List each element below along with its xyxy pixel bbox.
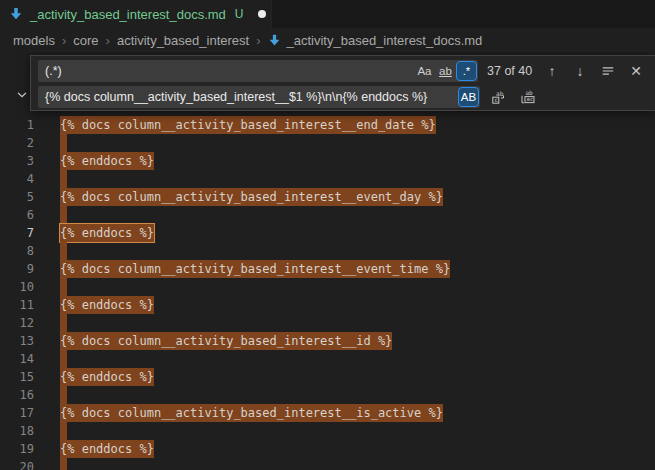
line-number[interactable]: 8 <box>0 242 34 260</box>
breadcrumb-item[interactable]: activity_based_interest <box>117 33 249 48</box>
line-content[interactable]: {% enddocs %} <box>60 296 154 314</box>
code-line: 1{% docs column__activity_based_interest… <box>0 116 655 134</box>
line-number[interactable]: 19 <box>0 440 34 458</box>
whole-word-toggle[interactable]: ab <box>436 62 455 80</box>
line-number[interactable]: 13 <box>0 332 34 350</box>
breadcrumb-separator-icon: › <box>256 33 260 48</box>
line-content[interactable]: {% docs column__activity_based_interest_… <box>60 116 436 134</box>
find-query-text: (.*) <box>38 64 415 78</box>
line-content[interactable] <box>60 134 67 152</box>
line-number[interactable]: 17 <box>0 404 34 422</box>
code-line: 20 <box>0 458 655 470</box>
git-status-badge: U <box>235 7 244 21</box>
line-content[interactable]: {% docs column__activity_based_interest_… <box>60 404 443 422</box>
markdown-file-icon <box>9 7 23 21</box>
code-line: 6 <box>0 206 655 224</box>
code-line: 4 <box>0 170 655 188</box>
find-nav-group: ↑ ↓ ✕ <box>542 61 646 81</box>
line-content[interactable]: {% docs column__activity_based_interest_… <box>60 260 450 278</box>
find-replace-widget: (.*) Aa ab .* 37 of 40 ↑ ↓ ✕ {% docs col… <box>30 55 655 111</box>
regex-toggle[interactable]: .* <box>457 62 476 80</box>
find-in-selection-icon[interactable] <box>598 61 618 81</box>
breadcrumb-item[interactable]: models <box>13 33 55 48</box>
line-content[interactable] <box>60 314 67 332</box>
line-content[interactable]: {% docs column__activity_based_interest_… <box>60 188 443 206</box>
next-match-button[interactable]: ↓ <box>570 61 590 81</box>
match-highlight: {% enddocs %} <box>60 296 154 314</box>
line-number[interactable]: 3 <box>0 152 34 170</box>
previous-match-button[interactable]: ↑ <box>542 61 562 81</box>
code-line: 12 <box>0 314 655 332</box>
svg-text:c: c <box>494 96 498 103</box>
code-line: 10 <box>0 278 655 296</box>
code-line: 2 <box>0 134 655 152</box>
empty-line-match-highlight <box>60 458 67 470</box>
line-content[interactable] <box>60 242 67 260</box>
match-case-toggle[interactable]: Aa <box>415 62 434 80</box>
tab-bar: _activity_based_interest_docs.md U <box>0 0 655 28</box>
line-number[interactable]: 2 <box>0 134 34 152</box>
replace-input[interactable]: {% docs column__activity_based_interest_… <box>38 86 480 108</box>
breadcrumb-separator-icon: › <box>62 33 66 48</box>
line-content[interactable] <box>60 386 67 404</box>
match-highlight: {% enddocs %} <box>60 368 154 386</box>
svg-text:ab: ab <box>526 89 534 96</box>
line-content[interactable]: {% enddocs %} <box>60 368 154 386</box>
line-content[interactable] <box>60 278 67 296</box>
toggle-replace-chevron-icon[interactable] <box>13 86 30 103</box>
modified-indicator-icon[interactable] <box>258 10 266 18</box>
line-content[interactable] <box>60 350 67 368</box>
code-line: 5{% docs column__activity_based_interest… <box>0 188 655 206</box>
line-number[interactable]: 16 <box>0 386 34 404</box>
preserve-case-toggle[interactable]: AB <box>459 88 478 106</box>
empty-line-match-highlight <box>60 422 67 440</box>
line-number[interactable]: 15 <box>0 368 34 386</box>
line-number[interactable]: 10 <box>0 278 34 296</box>
svg-text:ac: ac <box>527 96 534 102</box>
code-area: 1{% docs column__activity_based_interest… <box>0 116 655 470</box>
replace-one-icon[interactable]: ab c <box>489 87 509 107</box>
line-number[interactable]: 5 <box>0 188 34 206</box>
line-number[interactable]: 14 <box>0 350 34 368</box>
line-number[interactable]: 20 <box>0 458 34 470</box>
line-number[interactable]: 6 <box>0 206 34 224</box>
line-content[interactable] <box>60 458 67 470</box>
line-number[interactable]: 18 <box>0 422 34 440</box>
line-content[interactable] <box>60 422 67 440</box>
empty-line-match-highlight <box>60 314 67 332</box>
breadcrumb-item[interactable]: _activity_based_interest_docs.md <box>287 33 483 48</box>
match-highlight: {% enddocs %} <box>60 440 154 458</box>
match-highlight: {% docs column__activity_based_interest_… <box>60 260 450 278</box>
match-highlight: {% docs column__activity_based_interest_… <box>60 404 443 422</box>
breadcrumb-item[interactable]: core <box>73 33 98 48</box>
tab-active[interactable]: _activity_based_interest_docs.md U <box>0 0 272 28</box>
code-line: 18 <box>0 422 655 440</box>
match-highlight: {% docs column__activity_based_interest_… <box>60 332 392 350</box>
line-content[interactable] <box>60 170 67 188</box>
line-number[interactable]: 1 <box>0 116 34 134</box>
match-highlight: {% docs column__activity_based_interest_… <box>60 188 443 206</box>
line-number[interactable]: 9 <box>0 260 34 278</box>
close-find-button[interactable]: ✕ <box>626 61 646 81</box>
code-line: 9{% docs column__activity_based_interest… <box>0 260 655 278</box>
line-content[interactable]: {% enddocs %} <box>60 440 154 458</box>
replace-all-icon[interactable]: ab ac <box>518 87 538 107</box>
line-content[interactable]: {% enddocs %} <box>60 152 154 170</box>
code-line: 17{% docs column__activity_based_interes… <box>0 404 655 422</box>
replace-row: {% docs column__activity_based_interest_… <box>38 86 646 108</box>
line-content[interactable] <box>60 206 67 224</box>
code-line: 15{% enddocs %} <box>0 368 655 386</box>
empty-line-match-highlight <box>60 350 67 368</box>
line-number[interactable]: 7 <box>0 224 34 242</box>
current-match-highlight: {% enddocs %} <box>60 224 154 242</box>
code-line: 14 <box>0 350 655 368</box>
line-number[interactable]: 4 <box>0 170 34 188</box>
line-content[interactable]: {% enddocs %} <box>60 224 154 242</box>
line-number[interactable]: 11 <box>0 296 34 314</box>
line-number[interactable]: 12 <box>0 314 34 332</box>
line-content[interactable]: {% docs column__activity_based_interest_… <box>60 332 392 350</box>
find-input[interactable]: (.*) Aa ab .* <box>38 60 478 82</box>
code-line: 13{% docs column__activity_based_interes… <box>0 332 655 350</box>
editor: 1{% docs column__activity_based_interest… <box>0 52 655 470</box>
code-line: 16 <box>0 386 655 404</box>
